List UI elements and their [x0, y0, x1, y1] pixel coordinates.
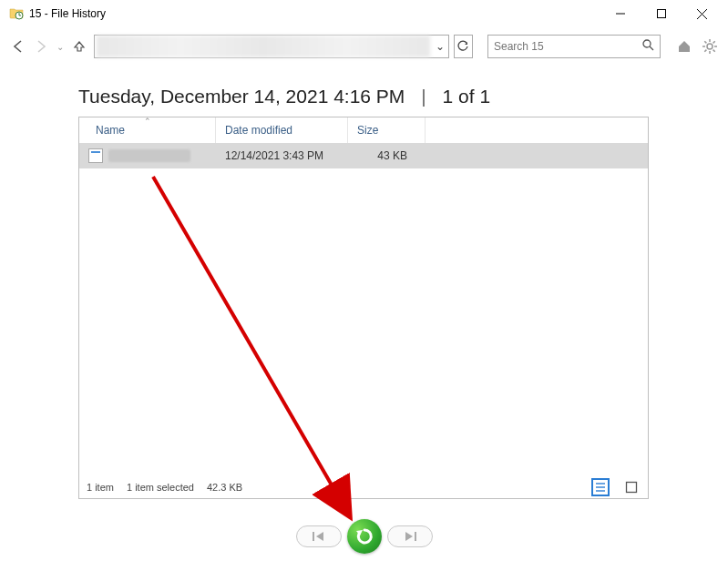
- search-placeholder: Search 15: [494, 40, 544, 53]
- back-button[interactable]: [9, 36, 26, 57]
- svg-point-7: [707, 44, 713, 49]
- recent-locations-button[interactable]: ⌄: [55, 36, 65, 57]
- close-button[interactable]: [682, 0, 723, 27]
- window-title: 15 - File History: [29, 7, 106, 20]
- cell-date: 12/14/2021 3:43 PM: [216, 149, 348, 162]
- document-icon: [88, 148, 103, 163]
- svg-line-14: [704, 50, 706, 52]
- version-timestamp: Tuesday, December 14, 2021 4:16 PM: [78, 86, 405, 107]
- svg-rect-2: [657, 10, 665, 18]
- column-headers: ⌃ Name Date modified Size: [79, 117, 648, 143]
- search-input[interactable]: Search 15: [487, 35, 661, 58]
- home-icon[interactable]: [675, 37, 693, 56]
- column-header-blank: [426, 117, 648, 143]
- svg-point-5: [643, 40, 651, 47]
- page-indicator: 1 of 1: [443, 86, 491, 107]
- svg-line-15: [713, 41, 715, 43]
- cell-size: 43 KB: [348, 149, 426, 162]
- tiles-view-button[interactable]: [622, 478, 641, 496]
- table-row[interactable]: 12/14/2021 3:43 PM 43 KB: [79, 143, 648, 168]
- status-bar: 1 item 1 item selected 42.3 KB: [79, 474, 648, 498]
- svg-rect-20: [313, 532, 314, 541]
- column-header-size[interactable]: Size: [348, 117, 426, 143]
- sort-asc-icon: ⌃: [144, 117, 151, 126]
- cell-name: [79, 148, 216, 163]
- address-path: [97, 36, 430, 57]
- status-size: 42.3 KB: [207, 482, 242, 493]
- gear-icon[interactable]: [701, 37, 719, 56]
- status-selected: 1 item selected: [127, 482, 194, 493]
- forward-button[interactable]: [32, 36, 49, 57]
- svg-rect-19: [627, 482, 637, 492]
- address-dropdown-icon[interactable]: ⌄: [432, 40, 448, 53]
- search-icon: [642, 39, 654, 54]
- up-button[interactable]: [71, 36, 88, 57]
- svg-line-6: [650, 46, 653, 50]
- refresh-button[interactable]: [454, 35, 473, 58]
- maximize-button[interactable]: [641, 0, 682, 27]
- next-version-button[interactable]: [387, 525, 433, 547]
- svg-line-13: [713, 50, 715, 52]
- file-list-pane: ⌃ Name Date modified Size 12/14/2021 3:4…: [78, 117, 649, 499]
- status-item-count: 1 item: [87, 482, 114, 493]
- address-bar[interactable]: ⌄: [94, 35, 449, 58]
- heading-separator: |: [421, 86, 426, 107]
- column-header-name[interactable]: ⌃ Name: [79, 117, 216, 143]
- details-view-button[interactable]: [591, 478, 610, 496]
- folder-history-icon: [9, 5, 24, 23]
- svg-rect-21: [415, 532, 416, 541]
- column-header-date[interactable]: Date modified: [216, 117, 348, 143]
- file-name-redacted: [108, 149, 190, 162]
- restore-button[interactable]: [347, 519, 382, 554]
- svg-line-12: [704, 41, 706, 43]
- minimize-button[interactable]: [600, 0, 641, 27]
- previous-version-button[interactable]: [296, 525, 342, 547]
